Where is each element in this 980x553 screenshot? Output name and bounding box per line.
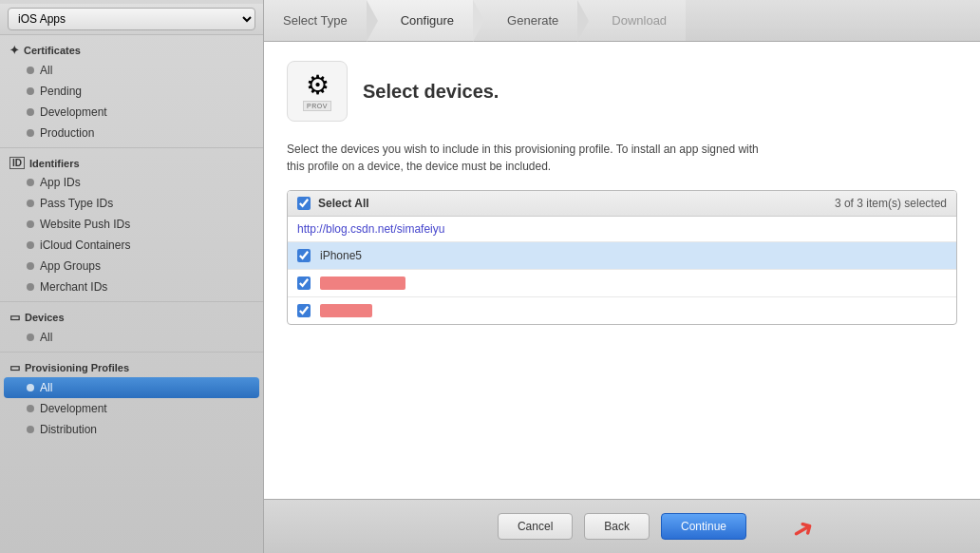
bullet-icon — [27, 334, 34, 341]
bullet-icon — [27, 108, 34, 116]
watermark-text: http://blog.csdn.net/simafeiyu — [288, 217, 956, 242]
bullet-icon — [27, 241, 34, 249]
certificates-header: ✦ Certificates — [0, 39, 263, 60]
bullet-icon — [27, 179, 34, 186]
sidebar-top-bar: iOS Apps — [0, 4, 263, 35]
prov-label: PROV — [303, 101, 331, 111]
main-content: Select Type Configure Generate Download … — [264, 0, 980, 553]
device-row — [288, 297, 956, 324]
provisioning-header: ▭ Provisioning Profiles — [0, 356, 263, 377]
sidebar-item-label: Distribution — [40, 423, 97, 436]
sidebar-item-app-ids[interactable]: App IDs — [0, 172, 263, 193]
content-header: ⚙ PROV Select devices. — [287, 61, 957, 122]
step-select-type[interactable]: Select Type — [264, 0, 367, 41]
provisioning-label: Provisioning Profiles — [25, 362, 129, 373]
bullet-icon — [27, 220, 34, 228]
action-bar: Cancel Back Continue ➜ — [264, 499, 980, 553]
identifiers-icon: ID — [9, 157, 25, 169]
sidebar-section-provisioning: ▭ Provisioning Profiles All Development … — [0, 356, 263, 440]
bullet-icon — [27, 67, 34, 74]
items-count: 3 of 3 item(s) selected — [835, 197, 947, 210]
certificates-icon: ✦ — [9, 44, 19, 57]
bullet-icon — [27, 200, 34, 207]
ios-apps-selector[interactable]: iOS Apps — [8, 8, 255, 30]
sidebar-item-cert-production[interactable]: Production — [0, 123, 263, 143]
sidebar-item-cert-development[interactable]: Development — [0, 102, 263, 123]
device-name: iPhone5 — [320, 249, 362, 262]
sidebar-item-prov-distribution[interactable]: Distribution — [0, 419, 263, 440]
provisioning-icon: ▭ — [9, 361, 20, 374]
gear-icon: ⚙ — [306, 72, 330, 99]
bullet-icon — [27, 426, 34, 433]
device-row — [288, 270, 956, 297]
sidebar-item-label: Development — [40, 105, 107, 119]
sidebar-item-cert-pending[interactable]: Pending — [0, 81, 263, 102]
sidebar-item-pass-type-ids[interactable]: Pass Type IDs — [0, 193, 263, 214]
device-checkbox[interactable] — [297, 276, 311, 290]
sidebar-section-identifiers: ID Identifiers App IDs Pass Type IDs Web… — [0, 152, 263, 297]
sidebar-item-label: Merchant IDs — [40, 280, 107, 294]
certificates-label: Certificates — [24, 45, 81, 56]
sidebar-item-app-groups[interactable]: App Groups — [0, 256, 263, 276]
bullet-icon — [27, 384, 34, 391]
arrow-indicator: ➜ — [785, 510, 820, 548]
device-name — [320, 304, 372, 317]
step-arrow — [473, 0, 484, 42]
sidebar-section-certificates: ✦ Certificates All Pending Development P… — [0, 39, 263, 143]
device-table-header: Select All 3 of 3 item(s) selected — [288, 191, 956, 217]
identifiers-label: Identifiers — [29, 158, 80, 169]
sidebar-item-label: Production — [40, 126, 94, 140]
wizard-steps: Select Type Configure Generate Download — [264, 0, 980, 42]
back-button[interactable]: Back — [584, 513, 650, 540]
sidebar-item-label: Development — [40, 402, 107, 415]
step-label: Select Type — [283, 13, 348, 28]
bullet-icon — [27, 283, 34, 291]
step-label: Configure — [401, 13, 454, 28]
sidebar-item-website-push-ids[interactable]: Website Push IDs — [0, 214, 263, 235]
identifiers-header: ID Identifiers — [0, 152, 263, 172]
step-download[interactable]: Download — [577, 0, 686, 41]
divider — [0, 352, 263, 353]
bullet-icon — [27, 129, 34, 137]
sidebar-item-prov-development[interactable]: Development — [0, 398, 263, 419]
sidebar-item-label: All — [40, 64, 52, 77]
devices-header: ▭ Devices — [0, 306, 263, 327]
sidebar-item-prov-all[interactable]: All — [4, 377, 259, 398]
bullet-icon — [27, 87, 34, 95]
step-configure[interactable]: Configure — [367, 0, 473, 41]
sidebar-item-label: Pending — [40, 85, 82, 98]
step-generate[interactable]: Generate — [473, 0, 577, 41]
device-table: Select All 3 of 3 item(s) selected http:… — [287, 190, 957, 325]
content-area: ⚙ PROV Select devices. Select the device… — [264, 42, 980, 499]
step-label: Download — [612, 13, 667, 28]
device-name — [320, 276, 405, 290]
sidebar-item-label: App Groups — [40, 259, 101, 273]
sidebar-item-label: All — [40, 331, 52, 344]
device-checkbox[interactable] — [297, 249, 311, 262]
sidebar-item-merchant-ids[interactable]: Merchant IDs — [0, 276, 263, 297]
divider — [0, 147, 263, 148]
cancel-button[interactable]: Cancel — [498, 513, 573, 540]
bullet-icon — [27, 405, 34, 412]
sidebar-item-cert-all[interactable]: All — [0, 60, 263, 81]
sidebar: iOS Apps ✦ Certificates All Pending Deve… — [0, 0, 264, 553]
device-row: iPhone5 — [288, 242, 956, 270]
sidebar-section-devices: ▭ Devices All — [0, 306, 263, 348]
select-all-checkbox[interactable] — [297, 197, 311, 210]
continue-button[interactable]: Continue — [661, 513, 746, 540]
sidebar-item-label: All — [40, 381, 52, 394]
description-text: Select the devices you wish to include i… — [287, 141, 957, 175]
step-arrow — [367, 0, 378, 42]
device-checkbox[interactable] — [297, 304, 311, 317]
sidebar-item-label: Website Push IDs — [40, 218, 130, 231]
sidebar-item-label: App IDs — [40, 176, 81, 189]
devices-icon: ▭ — [9, 311, 20, 324]
bullet-icon — [27, 262, 34, 270]
sidebar-item-label: iCloud Containers — [40, 238, 130, 252]
sidebar-item-devices-all[interactable]: All — [0, 327, 263, 348]
select-all-label: Select All — [318, 197, 835, 210]
step-arrow — [577, 0, 589, 42]
page-title: Select devices. — [363, 81, 499, 103]
divider — [0, 301, 263, 302]
sidebar-item-icloud-containers[interactable]: iCloud Containers — [0, 235, 263, 256]
